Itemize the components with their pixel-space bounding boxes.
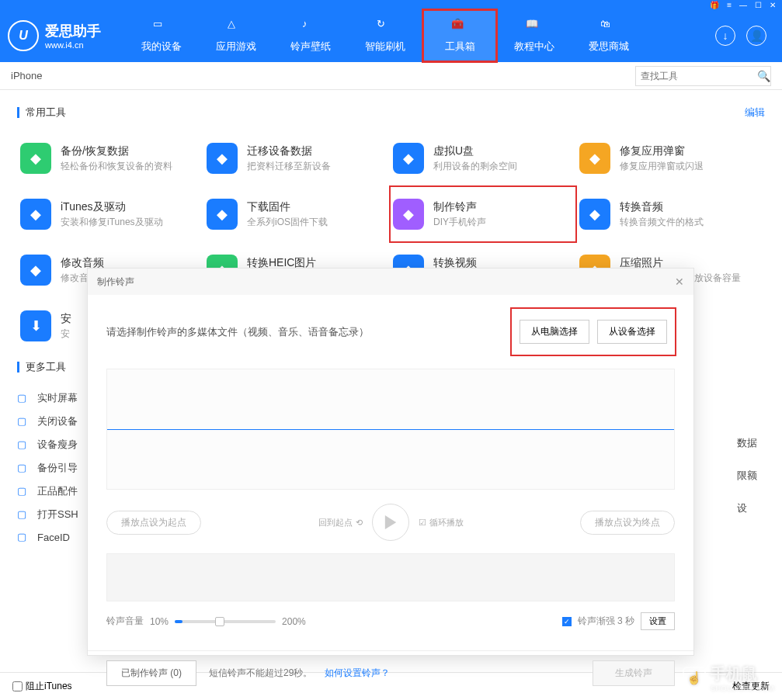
- generate-ringtone-button[interactable]: 生成铃声: [593, 660, 675, 686]
- tool-icon: ◆: [207, 143, 238, 174]
- tool-item[interactable]: ◆ 迁移设备数据 把资料迁移至新设备: [203, 130, 390, 186]
- partial-text: 设: [737, 501, 757, 515]
- main-nav: ▭我的设备△应用游戏♪铃声壁纸↻智能刷机🧰工具箱📖教程中心🛍爱思商城: [124, 9, 715, 62]
- tool-icon: ◆: [579, 143, 610, 174]
- tool-icon: ◆: [20, 199, 51, 230]
- user-icon[interactable]: 👤: [746, 26, 766, 46]
- sub-toolbar: iPhone 🔍: [0, 62, 782, 90]
- made-ringtones-button[interactable]: 已制作铃声 (0): [106, 660, 196, 686]
- tool-desc: 轻松备份和恢复设备的资料: [61, 160, 172, 173]
- download-icon[interactable]: ↓: [715, 26, 735, 46]
- howto-link[interactable]: 如何设置铃声？: [325, 667, 390, 680]
- tool-desc: 转换音频文件的格式: [620, 216, 704, 229]
- play-button[interactable]: [372, 504, 409, 541]
- search-box[interactable]: 🔍: [635, 66, 771, 86]
- search-input[interactable]: [641, 71, 757, 81]
- nav-icon: 🧰: [451, 18, 468, 35]
- slider-knob[interactable]: [215, 617, 224, 626]
- volume-slider[interactable]: [175, 620, 276, 623]
- logo-subtitle: www.i4.cn: [45, 40, 101, 50]
- section-marker-icon: [17, 107, 19, 118]
- set-start-button[interactable]: 播放点设为起点: [106, 511, 201, 535]
- ringtone-modal: 制作铃声 ✕ 请选择制作铃声的多媒体文件（视频、音乐、语音备忘录） 从电脑选择 …: [87, 268, 694, 656]
- set-end-button[interactable]: 播放点设为终点: [580, 511, 675, 535]
- tool-desc: 修复应用弹窗或闪退: [620, 160, 704, 173]
- tool-icon: ◆: [393, 199, 424, 230]
- tool-item[interactable]: ◆ 转换音频 转换音频文件的格式: [576, 186, 763, 242]
- partial-text: 限额: [737, 469, 757, 483]
- tool-title: 备份/恢复数据: [61, 144, 172, 158]
- more-icon: ▢: [17, 508, 30, 521]
- nav-item-1[interactable]: △应用游戏: [199, 9, 273, 62]
- nav-icon: ▭: [153, 18, 170, 35]
- tool-item[interactable]: ◆ 制作铃声 DIY手机铃声: [390, 186, 576, 242]
- tool-desc: 把资料迁移至新设备: [247, 160, 331, 173]
- tool-icon: ⬇: [20, 310, 51, 341]
- tool-title: 转换音频: [620, 200, 704, 214]
- minimize-icon[interactable]: —: [739, 1, 747, 9]
- tool-title: 下载固件: [247, 200, 328, 214]
- modal-title: 制作铃声: [97, 275, 134, 289]
- tool-title: 迁移设备数据: [247, 144, 331, 158]
- back-to-start-button[interactable]: 回到起点 ⟲: [318, 517, 363, 528]
- modal-prompt: 请选择制作铃声的多媒体文件（视频、音乐、语音备忘录）: [106, 325, 369, 339]
- logo-icon: U: [8, 20, 39, 51]
- maximize-icon[interactable]: ☐: [755, 1, 762, 9]
- source-buttons-group: 从电脑选择 从设备选择: [512, 309, 675, 355]
- tool-desc: 安装和修复iTunes及驱动: [61, 216, 163, 229]
- nav-item-3[interactable]: ↻智能刷机: [348, 9, 422, 62]
- fade-checkbox[interactable]: ✓: [562, 617, 572, 626]
- more-icon: ▢: [17, 392, 30, 404]
- tool-title: 修复应用弹窗: [620, 144, 704, 158]
- tool-icon: ◆: [20, 255, 51, 286]
- tool-icon: ◆: [579, 199, 610, 230]
- volume-label: 铃声音量: [106, 615, 144, 628]
- nav-item-0[interactable]: ▭我的设备: [124, 9, 199, 62]
- tool-item[interactable]: ◆ 下载固件 全系列iOS固件下载: [203, 186, 390, 242]
- tool-item[interactable]: ⬇ 安 安: [17, 298, 79, 354]
- section-title-more: 更多工具: [26, 360, 66, 374]
- tool-item[interactable]: ◆ 虚拟U盘 利用设备的剩余空间: [390, 130, 576, 186]
- nav-icon: ↻: [377, 18, 394, 35]
- check-update-link[interactable]: 检查更新: [732, 680, 770, 693]
- modal-close-icon[interactable]: ✕: [675, 275, 684, 288]
- menu-icon[interactable]: ≡: [727, 1, 732, 9]
- from-device-button[interactable]: 从设备选择: [597, 320, 667, 344]
- section-title-common: 常用工具: [26, 106, 66, 120]
- tool-desc: 利用设备的剩余空间: [433, 160, 517, 173]
- nav-item-2[interactable]: ♪铃声壁纸: [273, 9, 348, 62]
- nav-item-5[interactable]: 📖教程中心: [497, 9, 572, 62]
- fade-label: 铃声渐强 3 秒: [578, 615, 634, 628]
- from-pc-button[interactable]: 从电脑选择: [520, 320, 589, 344]
- device-tab[interactable]: iPhone: [11, 70, 42, 81]
- edit-link[interactable]: 编辑: [745, 106, 765, 120]
- nav-icon: 🛍: [600, 18, 617, 35]
- search-icon[interactable]: 🔍: [757, 70, 770, 82]
- loop-checkbox[interactable]: ☑ 循环播放: [419, 517, 464, 528]
- app-logo[interactable]: U 爱思助手 www.i4.cn: [8, 20, 101, 51]
- tool-title: 制作铃声: [433, 200, 486, 214]
- tool-item[interactable]: ◆ 修复应用弹窗 修复应用弹窗或闪退: [576, 130, 763, 186]
- block-itunes-checkbox[interactable]: 阻止iTunes: [12, 680, 72, 693]
- more-icon: ▢: [17, 415, 30, 428]
- tool-icon: ◆: [393, 143, 424, 174]
- tool-icon: ◆: [20, 143, 51, 174]
- sms-limit-text: 短信铃声不能超过29秒。: [209, 667, 312, 680]
- nav-icon: △: [228, 18, 245, 35]
- waveform-baseline: [107, 429, 674, 430]
- tool-item[interactable]: ◆ 备份/恢复数据 轻松备份和恢复设备的资料: [17, 130, 203, 186]
- logo-title: 爱思助手: [45, 22, 101, 40]
- more-icon: ▢: [17, 462, 30, 474]
- tool-item[interactable]: ◆ iTunes及驱动 安装和修复iTunes及驱动: [17, 186, 203, 242]
- more-icon: ▢: [17, 485, 30, 497]
- settings-button[interactable]: 设置: [641, 612, 675, 630]
- nav-item-6[interactable]: 🛍爱思商城: [572, 9, 646, 62]
- gift-icon[interactable]: 🎁: [710, 1, 719, 9]
- more-icon: ▢: [17, 438, 30, 451]
- tool-title: 虚拟U盘: [433, 144, 517, 158]
- close-window-icon[interactable]: ✕: [770, 1, 776, 9]
- nav-item-4[interactable]: 🧰工具箱: [422, 9, 497, 62]
- more-icon: ▢: [17, 531, 30, 543]
- window-titlebar: 🎁 ≡ — ☐ ✕: [0, 0, 782, 9]
- waveform-area[interactable]: [106, 369, 675, 490]
